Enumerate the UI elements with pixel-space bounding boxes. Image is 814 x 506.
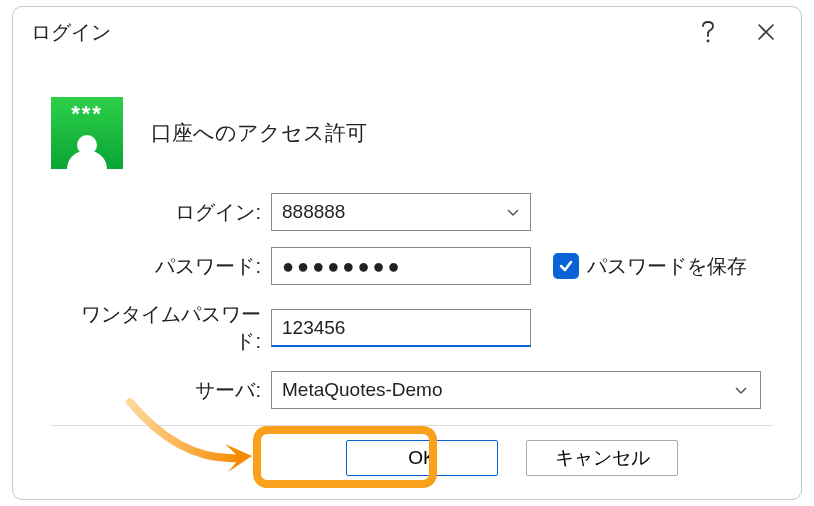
otp-value: 123456: [282, 317, 345, 339]
login-label: ログイン:: [61, 199, 271, 226]
close-button[interactable]: [737, 10, 795, 54]
login-combobox[interactable]: 888888: [271, 193, 531, 231]
cancel-button[interactable]: キャンセル: [526, 440, 678, 476]
server-value: MetaQuotes-Demo: [282, 379, 728, 401]
server-label: サーバ:: [61, 377, 271, 404]
ok-label: OK: [408, 447, 435, 469]
help-button[interactable]: [679, 10, 737, 54]
server-select[interactable]: MetaQuotes-Demo: [271, 371, 761, 409]
password-value: ●●●●●●●●: [282, 255, 403, 278]
chevron-down-icon: [500, 201, 526, 223]
login-dialog: ログイン *** 口座へのアクセス許可 ログイン:: [12, 6, 802, 500]
check-icon: [558, 258, 574, 274]
ok-button[interactable]: OK: [346, 440, 498, 476]
titlebar: ログイン: [13, 7, 801, 57]
save-password-label: パスワードを保存: [587, 253, 747, 280]
cancel-label: キャンセル: [555, 445, 650, 471]
password-input[interactable]: ●●●●●●●●: [271, 247, 531, 285]
login-value: 888888: [282, 201, 500, 223]
chevron-down-icon: [728, 379, 754, 401]
dialog-heading: 口座へのアクセス許可: [151, 119, 367, 147]
otp-input[interactable]: 123456: [271, 309, 531, 347]
close-icon: [757, 23, 775, 41]
password-label: パスワード:: [61, 253, 271, 280]
dialog-title: ログイン: [31, 19, 679, 46]
help-icon: [700, 20, 716, 44]
save-password-checkbox[interactable]: [553, 253, 579, 279]
account-icon: ***: [51, 97, 123, 169]
stars-label: ***: [51, 101, 123, 127]
otp-label: ワンタイムパスワード:: [61, 301, 271, 355]
svg-point-0: [707, 40, 710, 43]
